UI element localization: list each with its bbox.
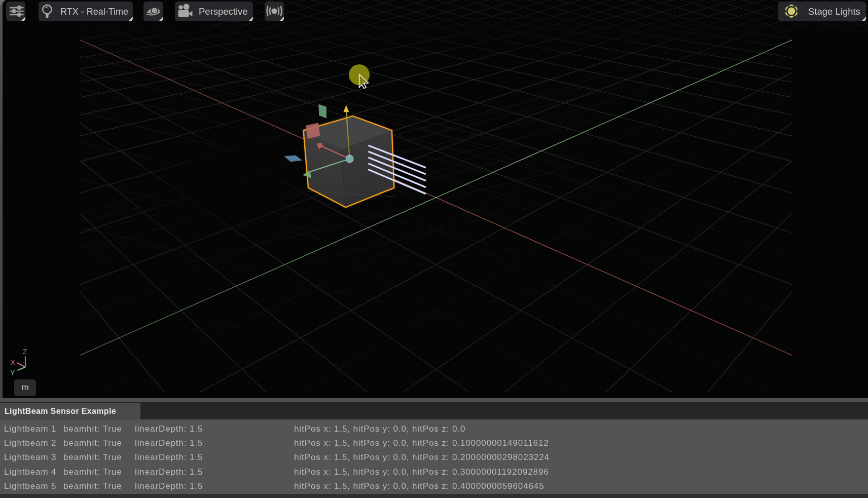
svg-text:Y: Y: [10, 369, 15, 377]
svg-text:X: X: [11, 358, 16, 366]
svg-text:Z: Z: [23, 348, 27, 356]
